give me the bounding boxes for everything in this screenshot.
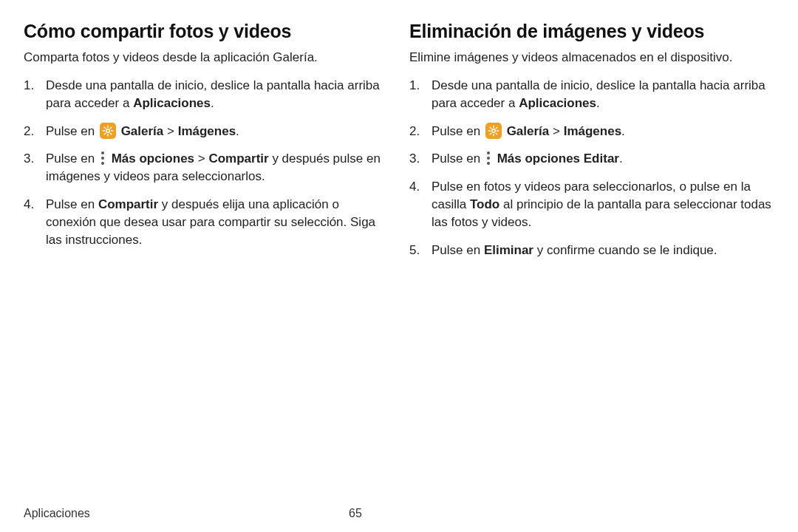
gallery-icon — [485, 123, 502, 139]
step-number: 4. — [24, 196, 34, 214]
manual-page: Cómo compartir fotos y videos Comparta f… — [0, 0, 798, 532]
right-title: Eliminación de imágenes y videos — [409, 21, 774, 42]
two-column-layout: Cómo compartir fotos y videos Comparta f… — [24, 21, 774, 501]
left-steps-list: 1.Desde una pantalla de inicio, deslice … — [24, 77, 389, 248]
right-column: Eliminación de imágenes y videos Elimine… — [409, 21, 774, 501]
more-options-icon — [485, 151, 492, 166]
left-title: Cómo compartir fotos y videos — [24, 21, 389, 42]
step-item: 1.Desde una pantalla de inicio, deslice … — [24, 77, 389, 112]
step-number: 4. — [409, 178, 420, 196]
step-number: 1. — [24, 77, 34, 95]
footer-page-number: 65 — [349, 507, 362, 520]
page-footer: Aplicaciones 65 — [24, 501, 774, 520]
bold-text: Compartir — [98, 197, 158, 211]
bold-text: Compartir — [208, 151, 268, 166]
step-item: 1.Desde una pantalla de inicio, deslice … — [409, 77, 774, 112]
bold-text: Aplicaciones — [133, 96, 211, 110]
bold-text: Imágenes — [178, 124, 236, 138]
svg-point-1 — [492, 129, 496, 132]
svg-point-0 — [106, 129, 110, 132]
step-item: 2.Pulse en Galería > Imágenes. — [24, 123, 389, 140]
bold-text: Eliminar — [484, 243, 533, 257]
step-number: 2. — [409, 123, 420, 140]
bold-text: Más opciones — [497, 151, 580, 166]
left-column: Cómo compartir fotos y videos Comparta f… — [24, 21, 389, 501]
bold-text: Aplicaciones — [519, 96, 596, 110]
step-number: 2. — [24, 123, 34, 140]
bold-text: Imágenes — [564, 124, 621, 138]
bold-text: Más opciones — [112, 151, 194, 166]
bold-text: Todo — [470, 197, 499, 211]
right-steps-list: 1.Desde una pantalla de inicio, deslice … — [409, 77, 774, 259]
step-number: 3. — [24, 150, 34, 168]
step-number: 1. — [409, 77, 420, 95]
step-item: 3.Pulse en Más opciones Editar. — [409, 150, 774, 168]
left-intro: Comparta fotos y videos desde la aplicac… — [24, 50, 389, 66]
bold-text: Galería — [121, 124, 164, 138]
right-intro: Elimine imágenes y videos almacenados en… — [409, 50, 774, 66]
bold-text: Editar — [584, 151, 619, 166]
step-item: 4.Pulse en fotos y videos para seleccion… — [409, 178, 774, 231]
more-options-icon — [99, 151, 106, 166]
footer-section-label: Aplicaciones — [24, 507, 349, 520]
step-item: 2.Pulse en Galería > Imágenes. — [409, 123, 774, 140]
step-item: 5.Pulse en Eliminar y confirme cuando se… — [409, 242, 774, 259]
step-item: 3.Pulse en Más opciones > Compartir y de… — [24, 150, 389, 185]
step-number: 5. — [409, 242, 420, 259]
bold-text: Galería — [507, 124, 550, 138]
step-item: 4.Pulse en Compartir y después elija una… — [24, 196, 389, 248]
gallery-icon — [100, 123, 116, 139]
step-number: 3. — [409, 150, 420, 168]
